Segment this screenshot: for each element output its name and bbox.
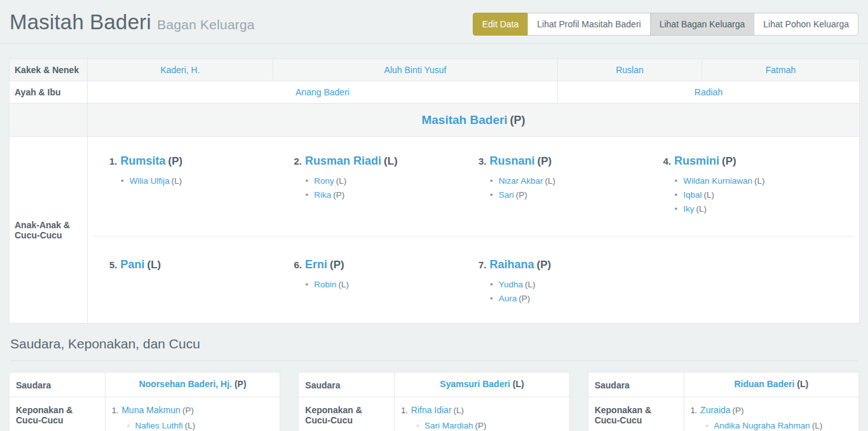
sibling-cell: Riduan Baderi(L): [684, 373, 858, 397]
family-chart-table: Kakek & Nenek Kaderi, H. Aluh Binti Yusu…: [9, 58, 860, 324]
nephew-link[interactable]: Rifna Idiar: [411, 405, 452, 415]
sibling-table: Saudara Riduan Baderi(L) Keponakan & Cuc…: [588, 372, 859, 431]
child-number: 1.: [109, 156, 118, 167]
siblings-section-heading: Saudara, Keponakan, dan Cucu: [10, 336, 858, 361]
grandchild-link[interactable]: Robin: [314, 280, 336, 289]
grandparents-row: Kakek & Nenek Kaderi, H. Aluh Binti Yusu…: [10, 59, 860, 81]
child-block: 4.Rusmini(P) Wildan Kurniawan(L) Iqbal(L…: [663, 153, 848, 236]
gender-label: (P): [733, 406, 744, 415]
sibling-table: Saudara Noorsehan Baderi, Hj.(P) Keponak…: [9, 372, 280, 431]
grandchild-link[interactable]: Iqbal: [683, 190, 702, 200]
child-link[interactable]: Rusmini: [674, 154, 719, 167]
person-gender-label: (P): [510, 114, 526, 127]
sibling-tables-container: Saudara Noorsehan Baderi, Hj.(P) Keponak…: [9, 372, 859, 431]
nephew-item: 1.Muna Makmun(P) Nafies Luthfi(L): [112, 404, 273, 431]
sibling-row: Saudara Noorsehan Baderi, Hj.(P): [10, 373, 280, 397]
grandchild-link[interactable]: Rony: [314, 176, 334, 186]
children-grid-row-1: 1.Rumsita(P) Wilia Ulfija(L) 2.Rusman Ri…: [93, 142, 854, 236]
row-label-nephews: Keponakan & Cucu-Cucu: [299, 397, 395, 431]
grandnephew-item: Andika Nugraha Rahman(L): [706, 420, 852, 431]
grandparent-cell: Aluh Binti Yusuf: [273, 59, 558, 81]
nephews-row: Keponakan & Cucu-Cucu 1.Zuraida(P) Andik…: [588, 397, 858, 431]
nephew-link[interactable]: Zuraida: [700, 405, 730, 415]
child-block: 2.Rusman Riadi(L) Rony(L) Rika(P): [294, 153, 479, 236]
grandchild-item: Wildan Kurniawan(L): [675, 176, 848, 186]
parent-cell: Radiah: [558, 81, 860, 104]
gender-label: (P): [330, 259, 344, 271]
row-label-nephews: Keponakan & Cucu-Cucu: [10, 397, 105, 431]
grandnephew-link[interactable]: Sari Mardiah: [424, 421, 473, 430]
gender-label: (L): [454, 406, 465, 415]
child-block: 7.Raihana(P) Yudha(L) Aura(P): [478, 257, 663, 317]
grandchild-item: Yudha(L): [490, 280, 663, 289]
view-profile-button[interactable]: Lihat Profil Masitah Baderi: [527, 13, 650, 36]
child-number: 5.: [109, 259, 118, 270]
child-link[interactable]: Raihana: [490, 258, 534, 271]
nephews-cell: 1.Rifna Idiar(L) Sari Mardiah(P): [395, 397, 569, 431]
child-link[interactable]: Rusman Riadi: [305, 154, 381, 167]
grandparent-cell: Kaderi, H.: [88, 59, 273, 81]
nephew-number: 1.: [112, 406, 118, 415]
parents-row: Ayah & Ibu Anang Baderi Radiah: [10, 81, 860, 104]
sibling-link[interactable]: Syamsuri Baderi: [440, 379, 510, 389]
grandnephew-link[interactable]: Nafies Luthfi: [135, 421, 183, 430]
gender-label: (L): [339, 280, 349, 289]
gender-label: (L): [525, 280, 536, 289]
edit-data-button[interactable]: Edit Data: [473, 13, 529, 36]
nephew-link[interactable]: Muna Makmun: [121, 405, 180, 415]
grandchild-link[interactable]: Sari: [499, 190, 514, 200]
grandchild-link[interactable]: Aura: [499, 294, 517, 303]
view-chart-button[interactable]: Lihat Bagan Keluarga: [650, 13, 755, 36]
grandchild-link[interactable]: Yudha: [499, 280, 523, 289]
grandparent-link[interactable]: Fatmah: [766, 65, 796, 75]
sibling-row: Saudara Riduan Baderi(L): [588, 373, 858, 397]
child-link[interactable]: Erni: [305, 258, 327, 271]
parent-link[interactable]: Anang Baderi: [295, 87, 349, 97]
grandchild-link[interactable]: Wildan Kurniawan: [683, 176, 752, 186]
grandchild-link[interactable]: Wilia Ulfija: [130, 176, 170, 186]
gender-label: (P): [475, 421, 486, 430]
page-header: Masitah Baderi Bagan Keluarga Edit Data …: [0, 0, 868, 44]
grandchild-link[interactable]: Rika: [314, 190, 331, 200]
parent-link[interactable]: Radiah: [695, 87, 722, 97]
sibling-cell: Noorsehan Baderi, Hj.(P): [105, 373, 280, 397]
view-tree-button[interactable]: Lihat Pohon Keluarga: [754, 13, 858, 36]
gender-label: (P): [516, 190, 527, 200]
person-row: Masitah Baderi (P): [10, 104, 860, 137]
person-link[interactable]: Masitah Baderi: [421, 113, 507, 127]
child-block-empty: [663, 257, 848, 317]
grandparent-link[interactable]: Aluh Binti Yusuf: [384, 65, 447, 75]
child-number: 4.: [663, 156, 672, 167]
sibling-row: Saudara Syamsuri Baderi(L): [299, 373, 569, 397]
gender-label: (L): [812, 421, 823, 430]
grandchild-item: Sari(P): [490, 190, 663, 200]
grandchild-link[interactable]: Nizar Akbar: [499, 176, 543, 186]
grandnephew-link[interactable]: Andika Nugraha Rahman: [714, 421, 810, 430]
child-link[interactable]: Rumsita: [121, 154, 166, 167]
row-label-sibling: Saudara: [299, 373, 395, 397]
gender-label: (L): [797, 379, 808, 389]
grandnephew-item: Nafies Luthfi(L): [127, 420, 273, 431]
person-cell: Masitah Baderi (P): [88, 104, 860, 137]
grandchild-item: Rony(L): [306, 176, 479, 186]
child-link[interactable]: Pani: [121, 258, 145, 271]
grandparent-cell: Ruslan: [558, 59, 702, 81]
sibling-link[interactable]: Riduan Baderi: [734, 379, 794, 389]
gender-label: (L): [513, 379, 524, 389]
grandchild-item: Nizar Akbar(L): [490, 176, 663, 186]
nephew-number: 1.: [401, 406, 407, 415]
child-block: 6.Erni(P) Robin(L): [294, 257, 479, 317]
child-number: 2.: [294, 156, 302, 167]
grandchild-item: Aura(P): [490, 294, 663, 303]
grandparent-link[interactable]: Ruslan: [616, 65, 644, 75]
gender-label: (P): [537, 259, 552, 271]
grandparent-link[interactable]: Kaderi, H.: [160, 65, 200, 75]
grandchild-link[interactable]: Iky: [683, 204, 694, 214]
grandchild-item: Wilia Ulfija(L): [121, 176, 294, 186]
child-block: 1.Rumsita(P) Wilia Ulfija(L): [109, 153, 294, 236]
row-label-children: Anak-Anak & Cucu-Cucu: [10, 137, 88, 324]
parent-cell: Anang Baderi: [88, 81, 558, 104]
sibling-link[interactable]: Noorsehan Baderi, Hj.: [139, 379, 232, 389]
child-number: 3.: [478, 156, 487, 167]
child-link[interactable]: Rusnani: [490, 154, 535, 167]
